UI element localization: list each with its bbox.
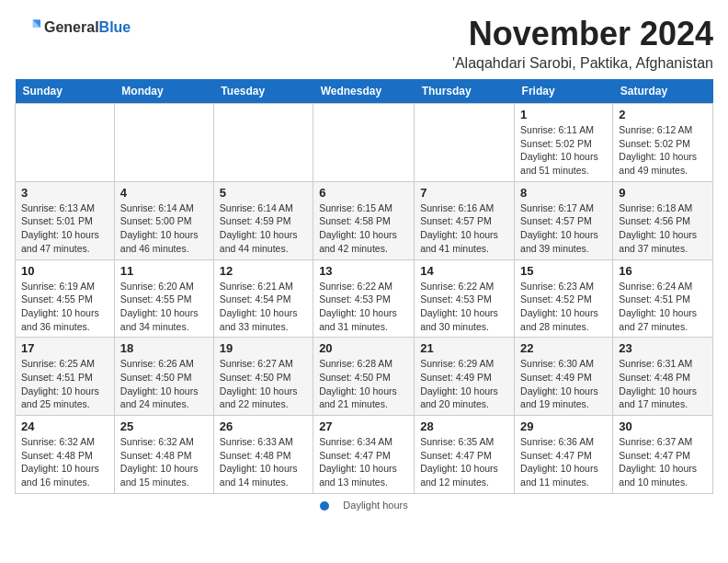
- day-info: Sunrise: 6:30 AM Sunset: 4:49 PM Dayligh…: [520, 357, 607, 411]
- day-number: 12: [220, 264, 307, 278]
- day-number: 3: [21, 186, 108, 200]
- month-title: November 2024: [452, 15, 713, 53]
- day-number: 7: [420, 186, 508, 200]
- day-number: 11: [120, 264, 208, 278]
- day-info: Sunrise: 6:24 AM Sunset: 4:51 PM Dayligh…: [619, 280, 707, 334]
- weekday-header-tuesday: Tuesday: [213, 79, 313, 104]
- weekday-header-friday: Friday: [515, 79, 613, 104]
- weekday-header-row: SundayMondayTuesdayWednesdayThursdayFrid…: [16, 79, 713, 104]
- day-info: Sunrise: 6:17 AM Sunset: 4:57 PM Dayligh…: [520, 201, 607, 256]
- calendar-cell: 12Sunrise: 6:21 AM Sunset: 4:54 PM Dayli…: [213, 259, 313, 338]
- calendar-cell: 21Sunrise: 6:29 AM Sunset: 4:49 PM Dayli…: [415, 338, 515, 416]
- day-number: 26: [220, 419, 307, 433]
- calendar-cell: 14Sunrise: 6:22 AM Sunset: 4:53 PM Dayli…: [415, 259, 515, 338]
- day-info: Sunrise: 6:32 AM Sunset: 4:48 PM Dayligh…: [120, 435, 208, 489]
- day-number: 6: [319, 186, 408, 200]
- calendar-cell: 15Sunrise: 6:23 AM Sunset: 4:52 PM Dayli…: [515, 259, 613, 338]
- calendar-cell: [313, 104, 415, 182]
- day-info: Sunrise: 6:32 AM Sunset: 4:48 PM Dayligh…: [21, 435, 108, 489]
- calendar-week-row: 10Sunrise: 6:19 AM Sunset: 4:55 PM Dayli…: [16, 259, 713, 338]
- day-info: Sunrise: 6:18 AM Sunset: 4:56 PM Dayligh…: [619, 201, 707, 256]
- calendar-cell: 29Sunrise: 6:36 AM Sunset: 4:47 PM Dayli…: [515, 416, 613, 494]
- weekday-header-saturday: Saturday: [613, 79, 713, 104]
- day-number: 17: [21, 341, 108, 355]
- calendar-cell: 28Sunrise: 6:35 AM Sunset: 4:47 PM Dayli…: [415, 416, 515, 494]
- day-number: 20: [319, 341, 408, 355]
- weekday-header-sunday: Sunday: [16, 79, 115, 104]
- calendar-cell: 19Sunrise: 6:27 AM Sunset: 4:50 PM Dayli…: [213, 338, 313, 416]
- day-info: Sunrise: 6:19 AM Sunset: 4:55 PM Dayligh…: [21, 280, 108, 334]
- day-number: 27: [319, 419, 408, 433]
- location-title: 'Alaqahdari Sarobi, Paktika, Afghanistan: [452, 55, 713, 72]
- logo-blue: Blue: [99, 19, 131, 35]
- calendar-cell: 13Sunrise: 6:22 AM Sunset: 4:53 PM Dayli…: [313, 259, 415, 338]
- day-info: Sunrise: 6:34 AM Sunset: 4:47 PM Dayligh…: [319, 435, 408, 489]
- logo-icon: [15, 15, 40, 40]
- page-header: GeneralBlue November 2024 'Alaqahdari Sa…: [15, 15, 713, 72]
- calendar-cell: 2Sunrise: 6:12 AM Sunset: 5:02 PM Daylig…: [613, 104, 713, 182]
- footer-note: Daylight hours: [15, 500, 713, 511]
- day-info: Sunrise: 6:22 AM Sunset: 4:53 PM Dayligh…: [420, 280, 508, 334]
- logo: GeneralBlue: [15, 15, 131, 40]
- calendar-cell: [114, 104, 213, 182]
- day-number: 10: [21, 264, 108, 278]
- calendar-cell: 7Sunrise: 6:16 AM Sunset: 4:57 PM Daylig…: [415, 181, 515, 259]
- daylight-label: Daylight hours: [343, 500, 407, 511]
- calendar-cell: 25Sunrise: 6:32 AM Sunset: 4:48 PM Dayli…: [114, 416, 213, 494]
- day-info: Sunrise: 6:15 AM Sunset: 4:58 PM Dayligh…: [319, 201, 408, 256]
- day-number: 14: [420, 264, 508, 278]
- day-number: 19: [220, 341, 307, 355]
- calendar-table: SundayMondayTuesdayWednesdayThursdayFrid…: [15, 79, 713, 494]
- day-number: 2: [619, 108, 707, 121]
- day-info: Sunrise: 6:28 AM Sunset: 4:50 PM Dayligh…: [319, 357, 408, 411]
- day-number: 22: [520, 341, 607, 355]
- day-info: Sunrise: 6:26 AM Sunset: 4:50 PM Dayligh…: [120, 357, 208, 411]
- calendar-week-row: 1Sunrise: 6:11 AM Sunset: 5:02 PM Daylig…: [16, 104, 713, 182]
- day-number: 5: [220, 186, 307, 200]
- weekday-header-monday: Monday: [114, 79, 213, 104]
- day-number: 16: [619, 264, 707, 278]
- calendar-cell: [415, 104, 515, 182]
- calendar-cell: 4Sunrise: 6:14 AM Sunset: 5:00 PM Daylig…: [114, 181, 213, 259]
- day-number: 21: [420, 341, 508, 355]
- day-info: Sunrise: 6:27 AM Sunset: 4:50 PM Dayligh…: [220, 357, 307, 411]
- calendar-cell: 24Sunrise: 6:32 AM Sunset: 4:48 PM Dayli…: [16, 416, 115, 494]
- day-number: 1: [520, 108, 607, 121]
- calendar-cell: 10Sunrise: 6:19 AM Sunset: 4:55 PM Dayli…: [16, 259, 115, 338]
- day-info: Sunrise: 6:20 AM Sunset: 4:55 PM Dayligh…: [120, 280, 208, 334]
- calendar-cell: 23Sunrise: 6:31 AM Sunset: 4:48 PM Dayli…: [613, 338, 713, 416]
- calendar-cell: 20Sunrise: 6:28 AM Sunset: 4:50 PM Dayli…: [313, 338, 415, 416]
- day-info: Sunrise: 6:16 AM Sunset: 4:57 PM Dayligh…: [420, 201, 508, 256]
- weekday-header-thursday: Thursday: [415, 79, 515, 104]
- day-info: Sunrise: 6:35 AM Sunset: 4:47 PM Dayligh…: [420, 435, 508, 489]
- day-number: 8: [520, 186, 607, 200]
- day-info: Sunrise: 6:31 AM Sunset: 4:48 PM Dayligh…: [619, 357, 707, 411]
- calendar-cell: 26Sunrise: 6:33 AM Sunset: 4:48 PM Dayli…: [213, 416, 313, 494]
- calendar-cell: 1Sunrise: 6:11 AM Sunset: 5:02 PM Daylig…: [515, 104, 613, 182]
- day-number: 9: [619, 186, 707, 200]
- calendar-week-row: 17Sunrise: 6:25 AM Sunset: 4:51 PM Dayli…: [16, 338, 713, 416]
- day-number: 4: [120, 186, 208, 200]
- calendar-week-row: 24Sunrise: 6:32 AM Sunset: 4:48 PM Dayli…: [16, 416, 713, 494]
- calendar-cell: 11Sunrise: 6:20 AM Sunset: 4:55 PM Dayli…: [114, 259, 213, 338]
- daylight-dot: [320, 501, 329, 511]
- day-info: Sunrise: 6:12 AM Sunset: 5:02 PM Dayligh…: [619, 123, 707, 178]
- day-info: Sunrise: 6:14 AM Sunset: 5:00 PM Dayligh…: [120, 201, 208, 256]
- day-number: 15: [520, 264, 607, 278]
- day-info: Sunrise: 6:23 AM Sunset: 4:52 PM Dayligh…: [520, 280, 607, 334]
- day-info: Sunrise: 6:36 AM Sunset: 4:47 PM Dayligh…: [520, 435, 607, 489]
- day-number: 23: [619, 341, 707, 355]
- day-info: Sunrise: 6:37 AM Sunset: 4:47 PM Dayligh…: [619, 435, 707, 489]
- calendar-cell: 8Sunrise: 6:17 AM Sunset: 4:57 PM Daylig…: [515, 181, 613, 259]
- day-number: 13: [319, 264, 408, 278]
- calendar-cell: 3Sunrise: 6:13 AM Sunset: 5:01 PM Daylig…: [16, 181, 115, 259]
- calendar-cell: 18Sunrise: 6:26 AM Sunset: 4:50 PM Dayli…: [114, 338, 213, 416]
- calendar-cell: 6Sunrise: 6:15 AM Sunset: 4:58 PM Daylig…: [313, 181, 415, 259]
- calendar-cell: 9Sunrise: 6:18 AM Sunset: 4:56 PM Daylig…: [613, 181, 713, 259]
- day-number: 28: [420, 419, 508, 433]
- calendar-cell: 16Sunrise: 6:24 AM Sunset: 4:51 PM Dayli…: [613, 259, 713, 338]
- day-info: Sunrise: 6:11 AM Sunset: 5:02 PM Dayligh…: [520, 123, 607, 178]
- day-number: 24: [21, 419, 108, 433]
- calendar-week-row: 3Sunrise: 6:13 AM Sunset: 5:01 PM Daylig…: [16, 181, 713, 259]
- day-info: Sunrise: 6:21 AM Sunset: 4:54 PM Dayligh…: [220, 280, 307, 334]
